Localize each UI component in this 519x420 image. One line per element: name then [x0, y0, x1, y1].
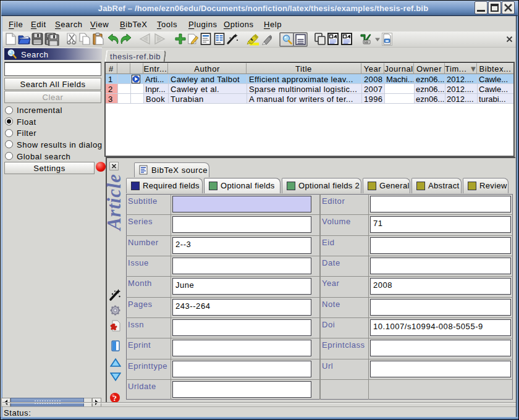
svg-text:?: ? — [112, 393, 117, 403]
